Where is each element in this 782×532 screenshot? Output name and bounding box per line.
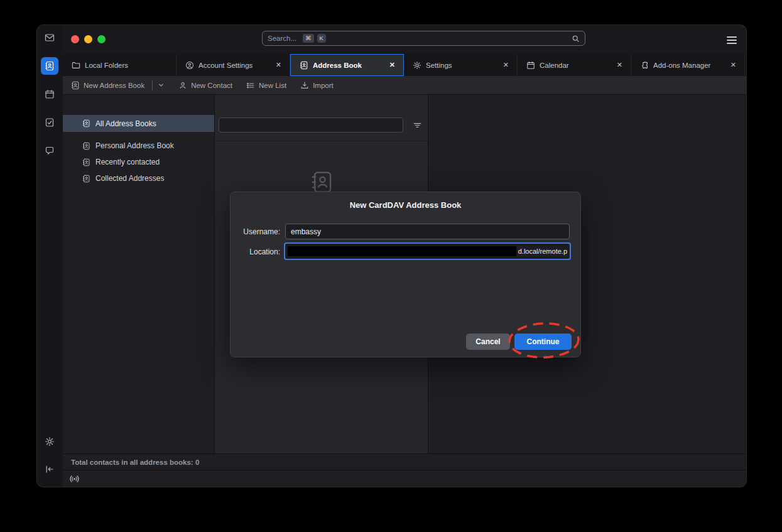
close-window-button[interactable] xyxy=(71,35,79,43)
tab-label: Calendar xyxy=(540,62,610,69)
zoom-window-button[interactable] xyxy=(97,35,106,43)
new-address-book-label: New Address Book xyxy=(84,82,144,89)
book-row-label: Collected Addresses xyxy=(95,174,164,183)
tab-local-folders[interactable]: Local Folders xyxy=(63,54,176,76)
minimize-window-button[interactable] xyxy=(84,35,92,43)
tab-label: Address Book xyxy=(313,62,383,69)
tab-addons-manager[interactable]: Add-ons Manager ✕ xyxy=(631,54,745,76)
new-address-book-button[interactable]: New Address Book xyxy=(71,80,165,90)
address-book-placeholder-icon xyxy=(310,170,334,194)
folder-icon xyxy=(72,61,80,70)
tab-label: Settings xyxy=(426,62,496,69)
address-book-icon xyxy=(82,119,90,128)
book-row-label: Recently contacted xyxy=(95,158,160,166)
gear-icon xyxy=(413,61,421,70)
chevron-down-icon[interactable] xyxy=(158,82,165,89)
location-input[interactable]: d.local/remote.p xyxy=(284,242,571,260)
list-display-options-icon[interactable] xyxy=(413,121,422,130)
status-bar: Total contacts in all address books: 0 xyxy=(63,453,746,470)
tab-settings[interactable]: Settings ✕ xyxy=(404,54,518,76)
app-menu-button[interactable] xyxy=(727,36,737,46)
address-book-icon xyxy=(300,61,308,70)
cancel-button[interactable]: Cancel xyxy=(466,334,510,350)
address-book-space-button[interactable] xyxy=(41,57,58,75)
person-icon xyxy=(178,81,187,90)
broadcast-icon[interactable] xyxy=(69,474,80,484)
address-books-pane: All Address Books Personal Address Book … xyxy=(63,95,215,453)
location-visible-text: d.local/remote.p xyxy=(518,247,567,255)
import-icon xyxy=(300,81,309,90)
book-row-personal[interactable]: Personal Address Book xyxy=(63,138,214,154)
address-book-icon xyxy=(71,81,80,90)
tab-strip: Local Folders Account Settings ✕ Address… xyxy=(63,54,746,76)
address-book-icon xyxy=(82,158,90,166)
book-row-label: All Address Books xyxy=(95,119,156,128)
search-placeholder: Search... xyxy=(268,35,296,42)
bottom-bar xyxy=(63,470,746,487)
tab-close-icon[interactable]: ✕ xyxy=(273,60,284,70)
new-list-button[interactable]: New List xyxy=(246,81,286,90)
spaces-toolbar xyxy=(37,25,62,487)
redaction-bar xyxy=(288,246,516,256)
books-gap xyxy=(63,132,214,138)
tab-address-book[interactable]: Address Book ✕ xyxy=(290,54,404,76)
import-label: Import xyxy=(313,82,334,89)
global-search-bar[interactable]: Search... ⌘ K xyxy=(262,31,585,46)
total-contacts-label: Total contacts in all address books: 0 xyxy=(71,459,199,466)
k-key-chip: K xyxy=(317,34,326,43)
app-window: Search... ⌘ K Local Folders Account Sett… xyxy=(37,25,746,487)
contacts-search-input[interactable] xyxy=(219,117,403,133)
tab-account-settings[interactable]: Account Settings ✕ xyxy=(176,54,290,76)
dialog-title: New CardDAV Address Book xyxy=(231,200,580,210)
new-contact-button[interactable]: New Contact xyxy=(178,81,232,90)
contacts-list-header xyxy=(215,95,428,141)
collapse-arrow-icon xyxy=(45,464,55,474)
window-controls xyxy=(71,35,106,43)
chat-space-button[interactable] xyxy=(41,142,58,160)
chat-bubble-icon xyxy=(45,146,55,156)
mail-space-button[interactable] xyxy=(41,29,58,46)
tab-close-icon[interactable]: ✕ xyxy=(614,60,625,70)
tab-close-icon[interactable]: ✕ xyxy=(501,60,511,70)
collapse-spaces-button[interactable] xyxy=(41,460,58,478)
list-icon xyxy=(246,81,255,90)
address-book-icon xyxy=(45,61,55,71)
account-settings-icon xyxy=(185,61,194,70)
book-row-all-address-books[interactable]: All Address Books xyxy=(63,115,214,132)
book-row-recently-contacted[interactable]: Recently contacted xyxy=(63,154,214,170)
search-icon xyxy=(572,35,580,43)
book-row-label: Personal Address Book xyxy=(95,141,174,150)
tab-label: Add-ons Manager xyxy=(653,62,724,69)
tab-calendar[interactable]: Calendar ✕ xyxy=(518,54,631,76)
username-input[interactable] xyxy=(285,224,570,239)
import-button[interactable]: Import xyxy=(300,81,334,90)
calendar-space-button[interactable] xyxy=(41,85,58,103)
tab-label: Account Settings xyxy=(198,62,269,69)
new-carddav-dialog: New CardDAV Address Book Username: Locat… xyxy=(230,192,581,357)
calendar-icon xyxy=(45,89,55,99)
settings-space-button[interactable] xyxy=(41,433,58,450)
hamburger-icon xyxy=(727,36,737,38)
cmd-key-chip: ⌘ xyxy=(303,34,314,43)
book-row-collected-addresses[interactable]: Collected Addresses xyxy=(63,170,214,187)
address-book-toolbar: New Address Book New Contact New List Im… xyxy=(63,76,746,95)
new-list-label: New List xyxy=(259,82,286,89)
username-label: Username: xyxy=(231,227,280,236)
tab-close-icon[interactable]: ✕ xyxy=(387,60,398,70)
tab-label: Local Folders xyxy=(85,62,170,69)
continue-button[interactable]: Continue xyxy=(514,334,572,350)
location-label: Location: xyxy=(231,247,280,256)
split-button-divider xyxy=(152,80,153,90)
new-contact-label: New Contact xyxy=(191,82,232,89)
puzzle-icon xyxy=(640,61,649,70)
tasks-icon xyxy=(45,117,55,128)
tasks-space-button[interactable] xyxy=(41,114,58,131)
address-book-icon xyxy=(82,142,90,150)
tab-close-icon[interactable]: ✕ xyxy=(728,60,739,70)
address-book-icon xyxy=(82,175,90,183)
calendar-icon xyxy=(526,61,535,70)
envelope-icon xyxy=(45,33,55,43)
gear-icon xyxy=(45,437,55,447)
